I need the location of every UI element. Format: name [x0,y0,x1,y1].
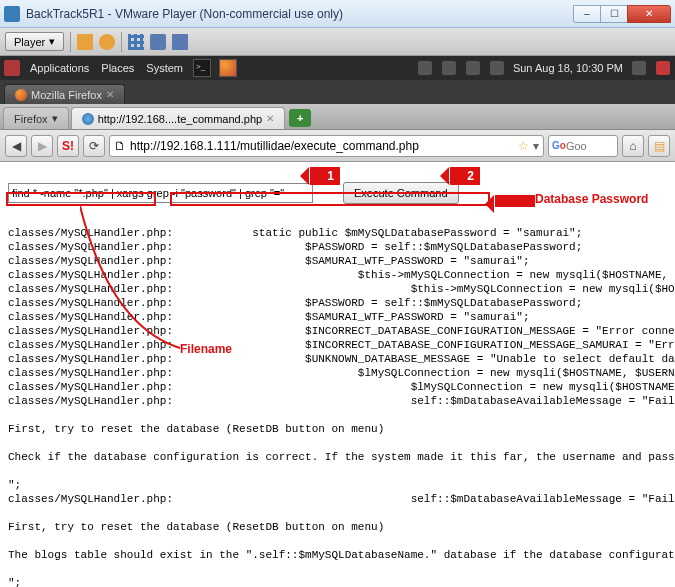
menu-applications[interactable]: Applications [28,62,91,74]
firefox-launcher-icon[interactable] [219,59,237,77]
close-tab-icon[interactable]: ✕ [266,113,274,124]
google-icon: Go [552,140,566,151]
firefox-icon [15,89,27,101]
url-input[interactable] [130,139,514,153]
chevron-down-icon: ▾ [49,35,55,48]
separator [70,32,71,52]
grid-icon[interactable] [128,34,144,50]
close-button[interactable]: ✕ [627,5,671,23]
maximize-button[interactable]: ☐ [600,5,628,23]
close-icon[interactable]: ✕ [106,89,114,100]
page-content: Execute Command classes/MySQLHandler.php… [0,162,675,587]
site-identity-icon[interactable]: 🗋 [114,139,126,153]
url-bar[interactable]: 🗋 ☆ ▾ [109,135,544,157]
execute-button[interactable]: Execute Command [343,182,459,204]
chevron-down-icon: ▾ [52,112,58,125]
annotation-arrow [495,195,535,207]
annotation-badge-2: 2 [450,167,480,185]
clock[interactable]: Sun Aug 18, 10:30 PM [513,62,623,74]
new-tab-button[interactable]: + [289,109,311,127]
monitor-icon[interactable] [150,34,166,50]
menu-system[interactable]: System [144,62,185,74]
bookmark-star-icon[interactable]: ☆ [518,139,529,153]
back-button[interactable]: ◀ [5,135,27,157]
annotation-label-password: Database Password [535,192,648,206]
vmware-icon [4,6,20,22]
tray-icon[interactable] [418,61,432,75]
menu-places[interactable]: Places [99,62,136,74]
fullscreen-icon[interactable] [172,34,188,50]
power-icon[interactable] [77,34,93,50]
tab-label: http://192.168....te_command.php [98,113,263,125]
tab-page[interactable]: http://192.168....te_command.php ✕ [71,107,286,129]
search-input[interactable] [566,140,614,152]
gnome-panel: Applications Places System >_ Sun Aug 18… [0,56,675,80]
player-menu[interactable]: Player ▾ [5,32,64,51]
globe-icon [82,113,94,125]
search-box[interactable]: Go [548,135,618,157]
command-input[interactable] [8,183,313,203]
volume-icon[interactable] [490,61,504,75]
player-label: Player [14,36,45,48]
chevron-down-icon[interactable]: ▾ [533,139,539,153]
tab-app[interactable]: Firefox ▾ [3,107,69,129]
firefox-window-tabstrip: Mozilla Firefox ✕ [0,80,675,104]
forward-button[interactable]: ▶ [31,135,53,157]
firefox-window-tab[interactable]: Mozilla Firefox ✕ [4,84,125,104]
pause-icon[interactable] [99,34,115,50]
terminal-launcher-icon[interactable]: >_ [193,59,211,77]
annotation-badge-1: 1 [310,167,340,185]
minimize-button[interactable]: – [573,5,601,23]
command-output: classes/MySQLHandler.php: static public … [8,226,667,587]
reload-button[interactable]: ⟳ [83,135,105,157]
annotation-label-filename: Filename [180,342,232,356]
tray-icon[interactable] [442,61,456,75]
separator [121,32,122,52]
tab-label: Firefox [14,113,48,125]
user-icon[interactable] [632,61,646,75]
window-tab-label: Mozilla Firefox [31,89,102,101]
distro-icon[interactable] [4,60,20,76]
window-titlebar: BackTrack5R1 - VMware Player (Non-commer… [0,0,675,28]
power-icon[interactable] [656,61,670,75]
network-icon[interactable] [466,61,480,75]
feed-button[interactable]: ▤ [648,135,670,157]
window-title: BackTrack5R1 - VMware Player (Non-commer… [26,7,574,21]
firefox-tabstrip: Firefox ▾ http://192.168....te_command.p… [0,104,675,130]
nav-toolbar: ◀ ▶ S! ⟳ 🗋 ☆ ▾ Go ⌂ ▤ [0,130,675,162]
vmware-toolbar: Player ▾ [0,28,675,56]
noscript-button[interactable]: S! [57,135,79,157]
home-button[interactable]: ⌂ [622,135,644,157]
